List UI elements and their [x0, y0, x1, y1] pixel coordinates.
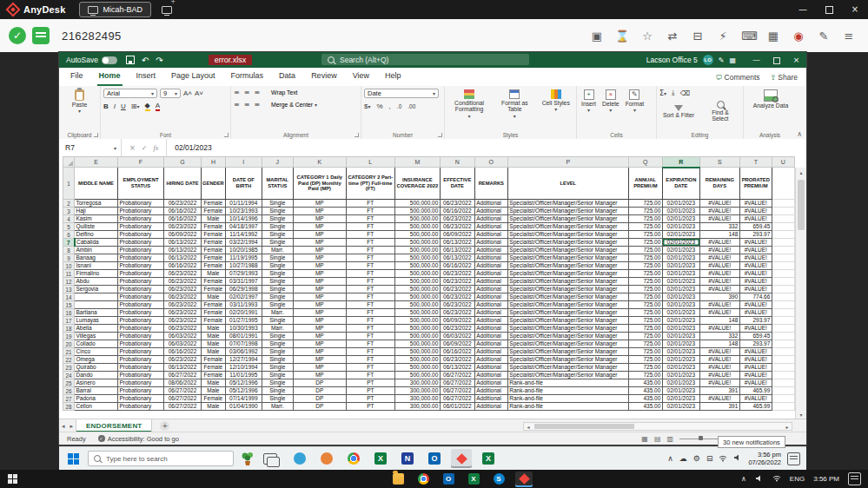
cell-G13[interactable]: 06/23/2022 — [164, 286, 202, 293]
vertical-scrollbar[interactable]: ▴ ▾ — [795, 168, 806, 419]
keyboard-icon[interactable]: ⌨ — [741, 30, 755, 43]
cell-Q7[interactable]: 725.00 — [628, 239, 662, 247]
cell-J4[interactable]: Single — [262, 215, 293, 223]
cell-Q9[interactable]: 725.00 — [628, 254, 662, 262]
cell-E12[interactable]: Abdu — [75, 278, 118, 286]
cell-J8[interactable]: Marr. — [262, 247, 293, 254]
cell-Q5[interactable]: 725.00 — [628, 223, 662, 231]
vertical-scroll-thumb[interactable] — [798, 180, 805, 230]
cell-S10[interactable]: #VALUE! — [699, 262, 739, 270]
cell-N6[interactable]: 06/09/2022 — [440, 231, 474, 239]
header-cell-G[interactable]: HIRING DATE — [164, 168, 202, 200]
cell-T4[interactable]: #VALUE! — [739, 215, 772, 223]
cell-O24[interactable]: Additional — [474, 372, 507, 379]
row-header-26[interactable]: 26 — [63, 387, 75, 395]
cell-F25[interactable]: Probationary — [118, 379, 164, 387]
column-header-T[interactable]: T — [739, 157, 772, 168]
header-cell-L[interactable]: CATEGORY 2 Part-time (PT) Full-time (FT) — [346, 168, 394, 200]
format-as-table-button[interactable]: Format as Table ▾ — [494, 89, 534, 129]
cell-J23[interactable]: Single — [262, 364, 293, 372]
cell-O25[interactable]: Additional — [474, 379, 507, 387]
cell-I18[interactable]: 10/30/1993 — [225, 325, 262, 333]
excel-icon[interactable]: X — [465, 472, 482, 487]
cell-S2[interactable]: #VALUE! — [699, 200, 739, 208]
action-center-icon[interactable] — [787, 452, 800, 465]
cell-F17[interactable]: Probationary — [118, 317, 164, 325]
cell-P19[interactable]: Specialist/Officer/Manager/Senior Manage… — [507, 333, 628, 340]
header-cell-Q[interactable]: ANNUAL PREMIUM — [628, 168, 662, 200]
cell-O15[interactable]: Additional — [474, 301, 507, 309]
cell-E2[interactable]: Torregosa — [75, 200, 118, 208]
cell-O20[interactable]: Additional — [474, 340, 507, 348]
cell-U4[interactable] — [772, 215, 794, 223]
firefox-icon[interactable] — [316, 449, 337, 468]
cell-S20[interactable]: 148 — [699, 340, 739, 348]
cell-F8[interactable]: Probationary — [118, 247, 164, 254]
increase-decimal-icon[interactable]: .0 — [397, 103, 401, 109]
cell-K4[interactable]: MP — [293, 215, 346, 223]
cell-T24[interactable]: #VALUE! — [739, 372, 772, 379]
wrap-text-button[interactable]: Wrap Text — [271, 89, 297, 96]
cell-H28[interactable]: Male — [202, 403, 226, 411]
cell-K7[interactable]: MP — [293, 239, 346, 247]
edge-icon[interactable] — [289, 449, 310, 468]
cell-R19[interactable]: 02/01/2023 — [662, 333, 699, 340]
cell-O12[interactable]: Additional — [474, 278, 507, 286]
maximize-button[interactable] — [816, 0, 842, 19]
cell-S22[interactable]: #VALUE! — [699, 356, 739, 364]
cell-F23[interactable]: Probationary — [118, 364, 164, 372]
cell-M10[interactable]: 500,000.00 — [394, 262, 440, 270]
row-header-28[interactable]: 28 — [63, 403, 75, 411]
cell-I3[interactable]: 10/23/1993 — [225, 208, 262, 215]
cell-R13[interactable]: 02/01/2023 — [662, 286, 699, 293]
cell-S14[interactable]: 390 — [699, 293, 739, 301]
row-header-6[interactable]: 6 — [63, 231, 75, 239]
cell-H11[interactable]: Male — [202, 270, 226, 278]
cell-O14[interactable]: Additional — [474, 293, 507, 301]
cell-F27[interactable]: Probationary — [118, 395, 164, 403]
row-header-16[interactable]: 16 — [63, 309, 75, 317]
header-cell-E[interactable]: MIDDLE NAME — [75, 168, 118, 200]
cell-N20[interactable]: 06/09/2022 — [440, 340, 474, 348]
cell-L6[interactable]: FT — [346, 231, 394, 239]
cell-R28[interactable]: 02/01/2023 — [662, 403, 699, 411]
taskbar-search-input[interactable]: Type here to search — [88, 451, 234, 466]
cell-F5[interactable]: Probationary — [118, 223, 164, 231]
cell-P2[interactable]: Specialist/Officer/Manager/Senior Manage… — [507, 200, 628, 208]
row-header-5[interactable]: 5 — [63, 223, 75, 231]
cell-I27[interactable]: 07/14/1999 — [225, 395, 262, 403]
cell-G28[interactable]: 06/27/2022 — [164, 403, 202, 411]
cell-J26[interactable]: Single — [262, 387, 293, 395]
dialog-launcher-icon[interactable] — [354, 133, 359, 137]
cell-H12[interactable]: Female — [202, 278, 226, 286]
cell-U3[interactable] — [772, 208, 794, 215]
excel-restore-button[interactable] — [766, 52, 786, 68]
cell-E17[interactable]: Lumayas — [75, 317, 118, 325]
cell-S25[interactable]: #VALUE! — [699, 379, 739, 387]
scroll-up-icon[interactable]: ▴ — [796, 168, 806, 177]
cell-Q28[interactable]: 435.00 — [628, 403, 662, 411]
cell-T8[interactable]: #VALUE! — [739, 247, 772, 254]
cell-G24[interactable]: 06/27/2022 — [164, 372, 202, 379]
cell-L21[interactable]: FT — [346, 348, 394, 356]
align-top-icon[interactable]: ≡ — [234, 89, 240, 96]
outlook-icon[interactable]: O — [424, 449, 445, 468]
cell-K20[interactable]: MP — [293, 340, 346, 348]
cell-R24[interactable]: 02/01/2023 — [662, 372, 699, 379]
conditional-formatting-button[interactable]: Conditional Formatting ▾ — [447, 89, 491, 129]
cell-U8[interactable] — [772, 247, 794, 254]
cell-S13[interactable]: #VALUE! — [699, 286, 739, 293]
cell-J27[interactable]: Single — [262, 395, 293, 403]
cell-T22[interactable]: #VALUE! — [739, 356, 772, 364]
cell-S19[interactable]: 332 — [699, 333, 739, 340]
cell-H10[interactable]: Female — [202, 262, 226, 270]
cell-M14[interactable]: 500,000.00 — [394, 293, 440, 301]
cell-H4[interactable]: Male — [202, 215, 226, 223]
excel-icon[interactable]: X — [370, 449, 391, 468]
cell-N16[interactable]: 06/23/2022 — [440, 309, 474, 317]
row-header-25[interactable]: 25 — [63, 379, 75, 387]
network-icon[interactable] — [719, 454, 727, 464]
cell-M11[interactable]: 500,000.00 — [394, 270, 440, 278]
cell-U17[interactable] — [772, 317, 794, 325]
cell-E19[interactable]: Villegas — [75, 333, 118, 340]
